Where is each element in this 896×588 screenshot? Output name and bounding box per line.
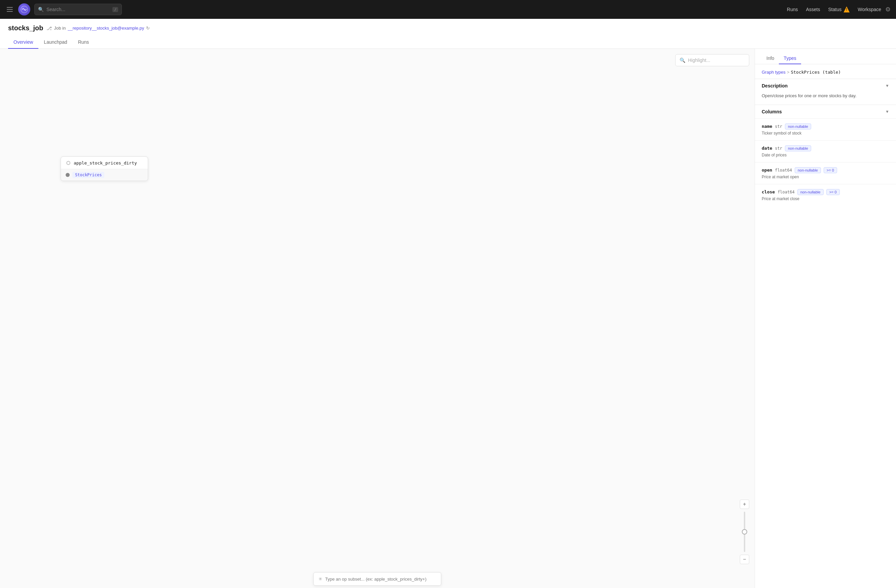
tab-runs[interactable]: Runs	[73, 36, 94, 49]
columns-section-header[interactable]: Columns ▼	[755, 105, 896, 119]
workspace-link[interactable]: Workspace	[858, 7, 881, 12]
zoom-in-button[interactable]: +	[740, 500, 749, 509]
tab-launchpad[interactable]: Launchpad	[38, 36, 72, 49]
column-open-tag-0: non-nullable	[795, 167, 821, 173]
branch-icon: ⎇	[46, 26, 52, 31]
description-section: Description ▼ Open/close prices for one …	[755, 79, 896, 105]
graph-canvas: ⬡ apple_stock_prices_dirty StockPrices	[0, 49, 754, 588]
column-close-tag-1: >= 0	[826, 189, 840, 195]
description-section-title: Description	[762, 83, 788, 88]
column-row-name: name str non-nullable Ticker symbol of s…	[755, 119, 896, 140]
columns-section: Columns ▼ name str non-nullable Ticker s…	[755, 105, 896, 206]
breadcrumb-parent[interactable]: Graph types	[762, 70, 786, 75]
subtitle-text: Job in	[54, 26, 66, 30]
column-open-desc: Price at market open	[762, 175, 889, 179]
runs-link[interactable]: Runs	[787, 7, 798, 12]
column-row-open: open float64 non-nullable >= 0 Price at …	[755, 162, 896, 184]
column-row-close: close float64 non-nullable >= 0 Price at…	[755, 184, 896, 206]
columns-chevron-icon: ▼	[885, 109, 889, 114]
column-open-type: float64	[775, 168, 792, 173]
settings-icon[interactable]: ⚙	[885, 6, 891, 13]
panel-tabs: Info Types	[755, 49, 896, 64]
right-panel: Info Types Graph types > StockPrices (ta…	[754, 49, 896, 588]
page-header: stocks_job ⎇ Job in __repository__stocks…	[0, 19, 896, 49]
column-close-header: close float64 non-nullable >= 0	[762, 189, 889, 195]
column-date-tag-0: non-nullable	[785, 145, 811, 151]
refresh-icon[interactable]: ↻	[146, 26, 150, 30]
page-subtitle: ⎇ Job in __repository__stocks_job@exampl…	[46, 26, 150, 31]
graph-node-output: StockPrices	[66, 172, 143, 178]
op-icon: ⬡	[66, 160, 71, 166]
graph-node-header: ⬡ apple_stock_prices_dirty	[61, 157, 148, 169]
column-date-label: date	[762, 146, 772, 151]
description-section-header[interactable]: Description ▼	[755, 79, 896, 93]
op-subset-input[interactable]	[325, 577, 436, 582]
breadcrumb-current: StockPrices (table)	[791, 70, 841, 75]
column-open-label: open	[762, 167, 772, 173]
page-tabs: Overview Launchpad Runs	[8, 36, 888, 49]
op-subset-icon: ✳	[318, 576, 323, 582]
search-icon: 🔍	[38, 7, 44, 12]
page-title: stocks_job	[8, 24, 43, 32]
topnav-links: Runs Assets Status ! Workspace	[787, 6, 881, 12]
description-section-body: Open/close prices for one or more stocks…	[755, 93, 896, 105]
status-link[interactable]: Status !	[828, 6, 850, 12]
description-chevron-icon: ▼	[885, 84, 889, 88]
op-name: apple_stock_prices_dirty	[74, 161, 137, 166]
search-shortcut: /	[113, 7, 118, 12]
column-name-type: str	[775, 124, 782, 129]
zoom-slider[interactable]	[744, 512, 745, 552]
column-close-desc: Price at market close	[762, 196, 889, 201]
graph-area: 🔍 ⬡ apple_stock_prices_dirty StockPrices	[0, 49, 754, 588]
breadcrumb-separator: >	[787, 70, 789, 75]
graph-node-apple-stock[interactable]: ⬡ apple_stock_prices_dirty StockPrices	[61, 156, 148, 181]
column-date-header: date str non-nullable	[762, 145, 889, 151]
column-open-tag-1: >= 0	[824, 167, 837, 173]
output-dot	[66, 173, 70, 177]
menu-icon[interactable]	[5, 6, 14, 13]
status-label: Status	[828, 7, 842, 12]
output-type-label[interactable]: StockPrices	[72, 172, 104, 178]
column-row-date: date str non-nullable Date of prices	[755, 140, 896, 162]
column-date-desc: Date of prices	[762, 153, 889, 157]
zoom-slider-thumb[interactable]	[742, 529, 747, 535]
graph-node-body: StockPrices	[61, 169, 148, 181]
column-date-type: str	[775, 146, 782, 151]
column-name-tag-0: non-nullable	[785, 123, 811, 129]
tab-overview[interactable]: Overview	[8, 36, 38, 49]
column-name-header: name str non-nullable	[762, 123, 889, 129]
panel-tab-types[interactable]: Types	[779, 53, 801, 64]
op-subset-bar: ✳	[313, 572, 441, 586]
description-text: Open/close prices for one or more stocks…	[762, 93, 889, 99]
assets-link[interactable]: Assets	[806, 7, 820, 12]
global-search[interactable]: 🔍 /	[34, 4, 122, 15]
column-close-label: close	[762, 189, 775, 194]
panel-breadcrumb: Graph types > StockPrices (table)	[755, 64, 896, 79]
column-name-label: name	[762, 124, 772, 129]
topnav: 🔍 / Runs Assets Status ! Workspace ⚙	[0, 0, 896, 19]
panel-tab-info[interactable]: Info	[762, 53, 779, 64]
zoom-controls: + −	[740, 500, 749, 564]
status-warning-icon: !	[844, 6, 850, 12]
column-name-desc: Ticker symbol of stock	[762, 131, 889, 135]
column-close-type: float64	[777, 190, 795, 194]
main-layout: 🔍 ⬡ apple_stock_prices_dirty StockPrices	[0, 49, 896, 588]
columns-section-title: Columns	[762, 109, 782, 114]
zoom-out-button[interactable]: −	[740, 555, 749, 564]
search-input[interactable]	[46, 7, 110, 12]
app-logo	[18, 3, 30, 15]
panel-content: Graph types > StockPrices (table) Descri…	[755, 64, 896, 588]
repository-link[interactable]: __repository__stocks_job@example.py	[68, 26, 144, 30]
column-open-header: open float64 non-nullable >= 0	[762, 167, 889, 173]
column-close-tag-0: non-nullable	[797, 189, 824, 195]
